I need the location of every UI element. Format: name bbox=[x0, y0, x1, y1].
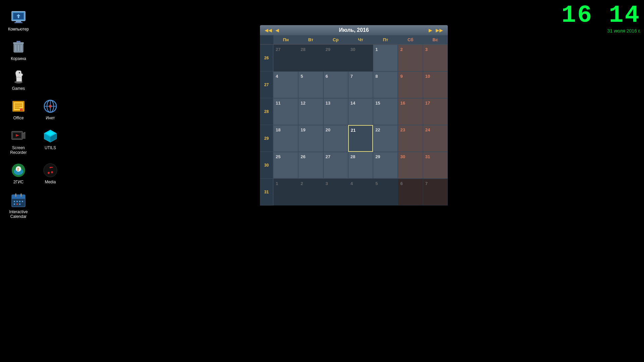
cal-cell-w2-d4[interactable]: 15 bbox=[373, 98, 398, 125]
cal-cell-num-w5-d5: 6 bbox=[400, 181, 402, 186]
utils-icon bbox=[42, 128, 58, 144]
cal-cell-num-w3-d5: 23 bbox=[400, 127, 405, 132]
cal-cell-num-w2-d5: 16 bbox=[400, 101, 405, 106]
cal-cell-w5-d2[interactable]: 3 bbox=[323, 179, 348, 205]
cal-cell-w3-d5[interactable]: 23 bbox=[398, 125, 423, 152]
calendar-next-year-btn[interactable]: ▶▶ bbox=[434, 27, 444, 33]
desktop-icon-interactive-calendar[interactable]: Interactive Calendar bbox=[3, 189, 34, 222]
cal-cell-w1-d6[interactable]: 10 bbox=[423, 71, 448, 98]
desktop-icon-inet[interactable]: Инет bbox=[35, 96, 65, 123]
svg-point-12 bbox=[19, 72, 20, 73]
cal-cell-num-w5-d6: 7 bbox=[425, 181, 428, 186]
cal-cell-w2-d5[interactable]: 16 bbox=[398, 98, 423, 125]
cal-cell-num-w1-d2: 6 bbox=[326, 74, 328, 79]
cal-cell-w4-d1[interactable]: 26 bbox=[298, 152, 323, 179]
cal-cell-num-w1-d6: 10 bbox=[425, 74, 430, 79]
svg-rect-41 bbox=[12, 197, 25, 199]
cal-cell-w5-d4[interactable]: 5 bbox=[373, 179, 398, 205]
cal-cell-w4-d2[interactable]: 27 bbox=[323, 152, 348, 179]
cal-cell-w0-d5[interactable]: 2 bbox=[398, 45, 423, 71]
week-num-header bbox=[260, 35, 273, 44]
cal-cell-w0-d0[interactable]: 27 bbox=[273, 45, 298, 71]
cal-cell-num-w0-d3: 30 bbox=[351, 47, 355, 52]
cal-cell-w3-d6[interactable]: 24 bbox=[423, 125, 448, 152]
cal-cell-num-w5-d0: 1 bbox=[276, 181, 278, 186]
cal-cell-w2-d6[interactable]: 17 bbox=[423, 98, 448, 125]
desktop-icon-media[interactable]: Media bbox=[35, 160, 65, 187]
cal-cell-w4-d3[interactable]: 28 bbox=[348, 152, 373, 179]
cal-cell-w1-d2[interactable]: 6 bbox=[323, 71, 348, 98]
cal-cell-num-w1-d3: 7 bbox=[351, 74, 353, 79]
trash-icon bbox=[10, 39, 26, 55]
cal-cell-w2-d0[interactable]: 11 bbox=[273, 98, 298, 125]
svg-rect-44 bbox=[19, 201, 20, 202]
desktop-icon-trash[interactable]: Корзина bbox=[3, 36, 34, 64]
cal-cell-w3-d1[interactable]: 19 bbox=[298, 125, 323, 152]
cal-cell-w5-d0[interactable]: 1 bbox=[273, 179, 298, 205]
cal-cell-num-w4-d2: 27 bbox=[326, 154, 330, 159]
2gis-label: 2ГИС bbox=[13, 180, 23, 184]
desktop-icon-computer[interactable]: Компьютер bbox=[3, 7, 34, 34]
media-icon bbox=[42, 162, 58, 178]
cal-cell-w5-d1[interactable]: 2 bbox=[298, 179, 323, 205]
cal-cell-w4-d0[interactable]: 25 bbox=[273, 152, 298, 179]
day-name-wed: Ср bbox=[323, 35, 348, 44]
cal-cell-w1-d4[interactable]: 8 bbox=[373, 71, 398, 98]
cal-cell-w5-d5[interactable]: 6 bbox=[398, 179, 423, 205]
desktop-icon-screen-recorder[interactable]: Screen Recorder bbox=[3, 125, 34, 158]
svg-rect-46 bbox=[14, 203, 15, 205]
cal-cell-w5-d6[interactable]: 7 bbox=[423, 179, 448, 205]
cal-cell-w1-d3[interactable]: 7 bbox=[348, 71, 373, 98]
cal-cell-w4-d6[interactable]: 31 bbox=[423, 152, 448, 179]
games-label: Games bbox=[12, 86, 25, 91]
cal-cell-num-w4-d5: 30 bbox=[400, 154, 405, 159]
cal-cell-num-w5-d1: 2 bbox=[301, 181, 303, 186]
cal-cell-w0-d1[interactable]: 28 bbox=[298, 45, 323, 71]
recorder-utils-row: Screen Recorder UTILS bbox=[3, 125, 70, 160]
cal-cell-w1-d0[interactable]: 4 bbox=[273, 71, 298, 98]
cal-cell-num-w4-d1: 26 bbox=[301, 154, 305, 159]
cal-cell-num-w4-d0: 25 bbox=[276, 154, 280, 159]
week-num-2: 28 bbox=[260, 98, 273, 125]
utils-label: UTILS bbox=[45, 145, 56, 150]
cal-cell-w0-d2[interactable]: 29 bbox=[323, 45, 348, 71]
games-icon bbox=[10, 69, 26, 85]
cal-cell-w1-d1[interactable]: 5 bbox=[298, 71, 323, 98]
svg-text:2: 2 bbox=[17, 168, 19, 171]
desktop-icon-utils[interactable]: UTILS bbox=[35, 125, 65, 158]
desktop-icon-office[interactable]: W Office bbox=[3, 96, 34, 123]
desktop-icon-games[interactable]: Games bbox=[3, 66, 34, 94]
cal-cell-w2-d1[interactable]: 12 bbox=[298, 98, 323, 125]
svg-rect-49 bbox=[15, 193, 16, 197]
cal-cell-num-w2-d1: 12 bbox=[301, 101, 305, 106]
cal-cell-w4-d5[interactable]: 30 bbox=[398, 152, 423, 179]
cal-cell-w0-d3[interactable]: 30 bbox=[348, 45, 373, 71]
cal-cell-num-w3-d1: 19 bbox=[301, 127, 305, 132]
cal-cell-w3-d2[interactable]: 20 bbox=[323, 125, 348, 152]
clock-widget: 16 14 31 июля 2016 г. bbox=[561, 3, 641, 34]
cal-cell-w3-d0[interactable]: 18 bbox=[273, 125, 298, 152]
cal-cell-w4-d4[interactable]: 29 bbox=[373, 152, 398, 179]
cal-cell-num-w4-d3: 28 bbox=[351, 154, 355, 159]
office-inet-row: W Office Инет bbox=[3, 96, 70, 125]
cal-cell-w3-d4[interactable]: 22 bbox=[373, 125, 398, 152]
cal-cell-w2-d2[interactable]: 13 bbox=[323, 98, 348, 125]
cal-cell-w0-d4[interactable]: 1 bbox=[373, 45, 398, 71]
calendar-next-month-btn[interactable]: ▶ bbox=[427, 27, 434, 33]
desktop-icon-2gis[interactable]: 2 2ГИС bbox=[3, 160, 34, 187]
calendar-prev-month-btn[interactable]: ◀ bbox=[274, 27, 280, 33]
screen-recorder-icon bbox=[10, 128, 26, 144]
cal-cell-w1-d5[interactable]: 9 bbox=[398, 71, 423, 98]
svg-point-38 bbox=[44, 164, 57, 177]
cal-cell-w2-d3[interactable]: 14 bbox=[348, 98, 373, 125]
cal-cell-w5-d3[interactable]: 4 bbox=[348, 179, 373, 205]
calendar-prev-year-btn[interactable]: ◀◀ bbox=[263, 27, 273, 33]
cal-cell-w0-d6[interactable]: 3 bbox=[423, 45, 448, 71]
day-name-sat: Сб bbox=[398, 35, 423, 44]
calendar-header: ◀◀ ◀ Июль, 2016 ▶ ▶▶ bbox=[260, 25, 448, 35]
day-name-fri: Пт bbox=[373, 35, 398, 44]
cal-cell-num-w5-d3: 4 bbox=[351, 181, 353, 186]
cal-cell-num-w2-d4: 15 bbox=[375, 101, 380, 106]
cal-cell-w3-d3[interactable]: 21 bbox=[348, 125, 373, 152]
cal-cell-num-w0-d4: 1 bbox=[375, 47, 378, 52]
